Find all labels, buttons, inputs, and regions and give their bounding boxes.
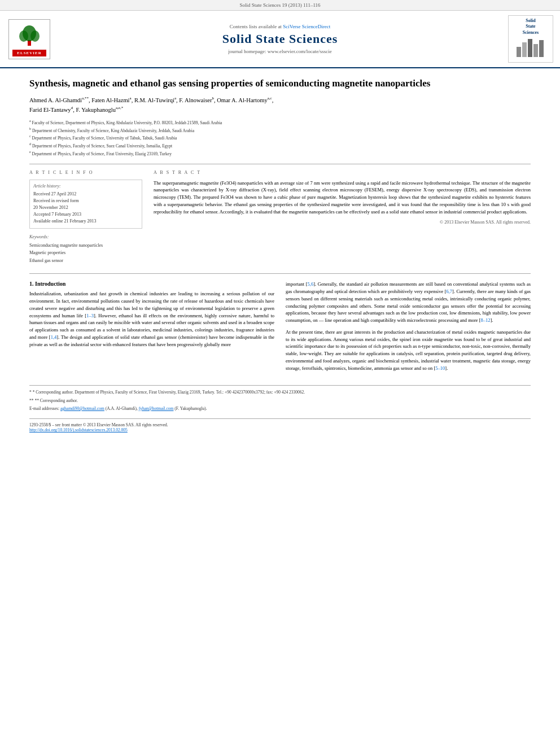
body-right-text1: important [5,6]. Generally, the standard…	[286, 281, 531, 324]
homepage-line: journal homepage: www.elsevier.com/locat…	[58, 49, 502, 54]
footnote-area: * * Corresponding author. Department of …	[29, 385, 531, 412]
history-title: Article history:	[33, 184, 138, 189]
journal-center-info: Contents lists available at SciVerse Sci…	[58, 24, 502, 54]
author5-sup: a,c	[268, 96, 272, 101]
affil-d: d Department of Physics, Faculty of Scie…	[29, 142, 531, 149]
email1-link[interactable]: aghamdi90@hotmail.com	[60, 406, 104, 411]
affil-b: b Department of Chemistry, Faculty of Sc…	[29, 126, 531, 134]
journal-citation: Solid State Sciences 19 (2013) 111–116	[239, 2, 320, 8]
revised-date: 20 November 2012	[33, 204, 138, 211]
svg-rect-6	[528, 39, 532, 57]
copyright-line: © 2013 Elsevier Masson SAS. All rights r…	[154, 220, 531, 225]
author7-sup: a,e,*	[116, 106, 123, 110]
svg-rect-8	[539, 40, 544, 57]
article-info-heading: A R T I C L E I N F O	[29, 170, 142, 175]
corr-text: Department of Physics, Faculty of Scienc…	[75, 390, 305, 395]
author3-comma: , F. Alnowaiser	[176, 97, 212, 103]
top-journal-bar: Solid State Sciences 19 (2013) 111–116	[0, 0, 560, 11]
journal-title: Solid State Sciences	[58, 32, 502, 46]
abstract-heading: A B S T R A C T	[154, 170, 531, 175]
keywords-title: Keywords:	[29, 234, 142, 239]
issn-text: 1293-2558/$ – see front matter © 2013 El…	[29, 422, 531, 427]
author1-sup: a,**	[82, 96, 89, 101]
article-info-abstract-section: A R T I C L E I N F O Article history: R…	[29, 164, 531, 265]
body-right-col: important [5,6]. Generally, the standard…	[286, 281, 531, 376]
author1-name: Ahmed A. Al-Ghamdi	[29, 97, 82, 103]
affil-c: c Department of Physics, Faculty of Scie…	[29, 134, 531, 141]
svg-rect-5	[522, 42, 527, 57]
body-section: 1. Introduction Industrialization, urban…	[29, 273, 531, 376]
author5-comma: ,	[272, 97, 274, 103]
authors-line: Ahmed A. Al-Ghamdia,**, Faten Al-Hazmia,…	[29, 95, 531, 114]
sciverse-link[interactable]: SciVerse ScienceDirect	[283, 24, 330, 29]
article-container: Synthesis, magnetic and ethanol gas sens…	[0, 68, 560, 444]
email2-link[interactable]: fyhan@hotmail.com	[139, 406, 174, 411]
affil-e: e Department of Physics, Faculty of Scie…	[29, 150, 531, 157]
corr-label: * Corresponding author.	[33, 390, 74, 395]
footnote-corr2: ** ** Corresponding author.	[29, 397, 531, 404]
author6-name: Farid El-Tantawy	[29, 106, 71, 112]
svg-rect-7	[533, 44, 538, 57]
abstract-text: The superparamagnetic magnetite (Fe3O4) …	[154, 180, 531, 216]
intro-heading: 1. Introduction	[29, 281, 274, 287]
article-info-col: A R T I C L E I N F O Article history: R…	[29, 170, 142, 265]
keyword3: Ethanol gas sensor	[29, 257, 142, 265]
email2-name: (F. Yakuphanoglu).	[174, 406, 207, 411]
corr2-label: ** Corresponding author.	[34, 398, 77, 403]
author1-comma: , Faten Al-Hazmi	[89, 97, 130, 103]
svg-rect-4	[517, 47, 521, 57]
sss-logo: SolidStateSciences	[508, 15, 553, 63]
received-revised-label: Received in revised form	[33, 198, 138, 204]
received-date: Received 27 April 2012	[33, 191, 138, 198]
sss-logo-icon	[515, 36, 546, 58]
author4-comma: , Omar A. Al-Hartomy	[214, 97, 268, 103]
accepted-date: Accepted 7 February 2013	[33, 211, 138, 218]
keyword2: Magnetic properties	[29, 249, 142, 257]
body-left-text1: Industrialization, urbanization and fast…	[29, 290, 274, 348]
affil-a: a Faculty of Science, Department of Phys…	[29, 119, 531, 126]
bottom-bar: 1293-2558/$ – see front matter © 2013 El…	[29, 418, 531, 433]
email1-name: (A.A. Al-Ghamdi),	[106, 406, 138, 411]
journal-header: ELSEVIER Contents lists available at Sci…	[0, 11, 560, 68]
author2-comma: , R.M. Al-Tuwirqi	[132, 97, 174, 103]
footnote-emails: E-mail addresses: aghamdi90@hotmail.com …	[29, 405, 531, 412]
online-date: Available online 21 February 2013	[33, 218, 138, 225]
abstract-col: A B S T R A C T The superparamagnetic ma…	[154, 170, 531, 265]
right-logo-container: SolidStateSciences	[508, 15, 553, 63]
email-label: E-mail addresses:	[29, 406, 59, 411]
svg-point-3	[30, 30, 40, 42]
affiliations: a Faculty of Science, Department of Phys…	[29, 119, 531, 157]
elsevier-text: ELSEVIER	[12, 50, 46, 56]
article-history-box: Article history: Received 27 April 2012 …	[29, 180, 142, 229]
elsevier-tree-icon	[12, 22, 46, 47]
footnote-corr1: * * Corresponding author. Department of …	[29, 389, 531, 395]
body-left-col: 1. Introduction Industrialization, urban…	[29, 281, 274, 376]
elsevier-logo-container: ELSEVIER	[7, 19, 52, 59]
author6-comma: , F. Yakuphanoglu	[73, 106, 116, 112]
svg-point-2	[19, 30, 28, 42]
article-title: Synthesis, magnetic and ethanol gas sens…	[29, 77, 531, 90]
body-right-text2: At the present time, there are great int…	[286, 329, 531, 372]
available-line: Contents lists available at SciVerse Sci…	[58, 24, 502, 29]
keyword1: Semiconducting magnetite nanoparticles	[29, 242, 142, 250]
doi-link[interactable]: http://dx.doi.org/10.1016/j.solidstatesc…	[29, 427, 128, 433]
